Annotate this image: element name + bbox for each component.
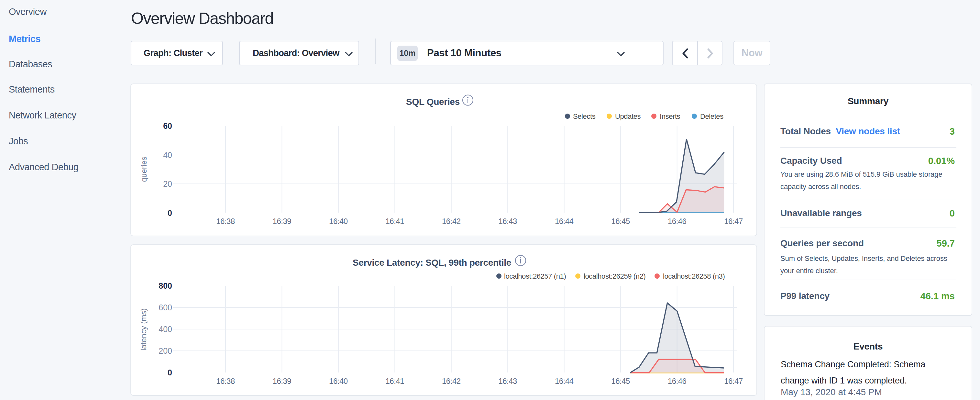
- svg-text:16:44: 16:44: [555, 377, 574, 386]
- svg-text:16:44: 16:44: [555, 217, 574, 226]
- svg-text:16:45: 16:45: [611, 377, 630, 386]
- svg-text:16:39: 16:39: [273, 217, 291, 226]
- svg-text:800: 800: [159, 281, 172, 290]
- svg-text:16:38: 16:38: [216, 377, 235, 386]
- svg-text:16:40: 16:40: [329, 217, 348, 226]
- svg-text:16:47: 16:47: [724, 377, 743, 386]
- svg-text:latency (ms): latency (ms): [139, 308, 148, 351]
- svg-text:Updates: Updates: [615, 112, 641, 120]
- svg-text:queries: queries: [140, 157, 148, 182]
- svg-text:16:47: 16:47: [724, 217, 743, 226]
- svg-text:400: 400: [159, 325, 172, 334]
- svg-text:localhost:26258 (n3): localhost:26258 (n3): [663, 272, 725, 280]
- svg-text:Service Latency: SQL, 99th per: Service Latency: SQL, 99th percentile: [353, 258, 511, 268]
- svg-text:16:46: 16:46: [668, 377, 687, 386]
- svg-text:600: 600: [159, 303, 172, 312]
- svg-text:40: 40: [163, 150, 172, 159]
- svg-text:16:45: 16:45: [611, 217, 630, 226]
- svg-text:16:43: 16:43: [498, 377, 517, 386]
- svg-text:localhost:26259 (n2): localhost:26259 (n2): [584, 272, 646, 280]
- svg-text:Selects: Selects: [573, 112, 596, 120]
- svg-text:0: 0: [168, 209, 172, 217]
- svg-text:Deletes: Deletes: [700, 112, 724, 120]
- svg-text:16:41: 16:41: [386, 217, 404, 226]
- svg-text:60: 60: [163, 121, 172, 131]
- svg-text:16:42: 16:42: [442, 217, 461, 226]
- svg-text:16:46: 16:46: [668, 217, 687, 226]
- svg-text:16:39: 16:39: [273, 377, 291, 386]
- svg-text:16:43: 16:43: [498, 217, 517, 226]
- svg-text:16:40: 16:40: [329, 377, 348, 386]
- svg-text:200: 200: [159, 346, 172, 355]
- svg-text:16:38: 16:38: [216, 217, 235, 226]
- svg-text:0: 0: [168, 368, 172, 377]
- svg-text:SQL Queries: SQL Queries: [406, 97, 460, 107]
- svg-text:16:42: 16:42: [442, 377, 461, 386]
- svg-text:Inserts: Inserts: [660, 112, 680, 120]
- svg-text:16:41: 16:41: [386, 377, 404, 386]
- svg-text:20: 20: [163, 179, 172, 188]
- svg-text:localhost:26257 (n1): localhost:26257 (n1): [504, 272, 566, 280]
